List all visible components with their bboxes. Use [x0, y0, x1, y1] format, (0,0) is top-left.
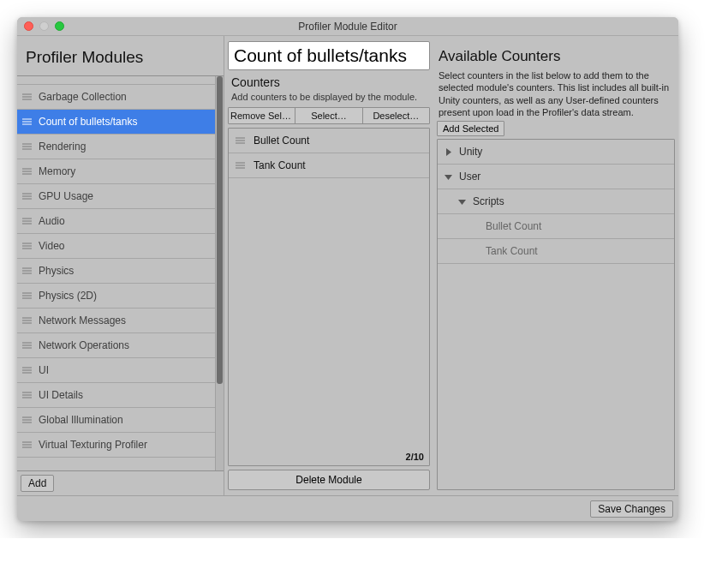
scrollbar-thumb[interactable] [217, 76, 223, 384]
module-item[interactable]: Network Messages [17, 308, 215, 333]
add-selected-button[interactable]: Add Selected [437, 121, 504, 136]
module-item[interactable]: Physics (2D) [17, 284, 215, 308]
drag-handle-icon [236, 137, 245, 144]
counters-toolbar: Remove Sele… Select… Deselect… [228, 107, 430, 124]
drag-handle-icon [22, 416, 32, 423]
module-label: Network Messages [39, 314, 126, 326]
module-item[interactable]: Garbage Collection [17, 85, 215, 110]
counter-count: 2/10 [406, 452, 424, 462]
module-label: Global Illumination [39, 414, 123, 426]
module-label: Network Operations [39, 339, 129, 351]
tree-group[interactable]: Scripts [438, 189, 674, 214]
module-label: Virtual Texturing Profiler [39, 439, 147, 451]
drag-handle-icon [22, 367, 32, 374]
module-item[interactable]: Rendering [17, 135, 215, 159]
counter-item[interactable]: Bullet Count [229, 129, 429, 153]
drag-handle-icon [22, 218, 32, 225]
delete-module-button[interactable]: Delete Module [228, 470, 430, 490]
module-label: Physics [39, 265, 74, 277]
drag-handle-icon [22, 193, 32, 200]
select-all-button[interactable]: Select… [295, 108, 362, 123]
module-item[interactable]: Physics [17, 259, 215, 284]
remove-selected-button[interactable]: Remove Sele… [229, 108, 295, 123]
drag-handle-icon [22, 317, 32, 324]
profiler-module-editor-window: Profiler Module Editor Profiler Modules … [17, 17, 678, 521]
drag-handle-icon [22, 441, 32, 448]
drag-handle-icon [22, 267, 32, 274]
module-item[interactable]: UI [17, 358, 215, 383]
chevron-right-icon [445, 148, 452, 156]
counters-help: Add counters to be displayed by the modu… [231, 92, 427, 104]
tree-label: Tank Count [486, 245, 538, 257]
chevron-down-icon [445, 173, 452, 181]
tree-group[interactable]: Unity [438, 140, 674, 165]
drag-handle-icon [22, 143, 32, 150]
drag-handle-icon [22, 93, 32, 100]
module-label: Garbage Collection [39, 91, 127, 103]
modules-list: Garbage CollectionCount of bullets/tanks… [17, 75, 224, 471]
tree-leaf[interactable]: Tank Count [438, 239, 674, 264]
tree-leaf[interactable]: Bullet Count [438, 214, 674, 239]
svg-marker-53 [458, 200, 466, 205]
module-label: GPU Usage [39, 190, 93, 202]
module-name-input[interactable] [228, 41, 430, 70]
modules-pane: Profiler Modules Garbage CollectionCount… [17, 36, 224, 495]
module-item[interactable]: Network Operations [17, 333, 215, 358]
counters-pane: Counters Add counters to be displayed by… [224, 36, 433, 495]
window-title: Profiler Module Editor [17, 21, 678, 33]
module-item[interactable] [17, 76, 215, 85]
drag-handle-icon [236, 162, 245, 169]
tree-label: Scripts [473, 195, 504, 207]
deselect-all-button[interactable]: Deselect… [363, 108, 429, 123]
modules-title: Profiler Modules [17, 36, 224, 75]
titlebar: Profiler Module Editor [17, 17, 678, 36]
module-label: Memory [39, 165, 75, 177]
add-module-button[interactable]: Add [21, 475, 54, 492]
tree-label: Unity [459, 146, 482, 158]
module-label: Physics (2D) [39, 290, 97, 302]
save-changes-button[interactable]: Save Changes [590, 500, 673, 518]
module-label: UI [39, 364, 49, 376]
module-item[interactable]: Count of bullets/tanks [17, 110, 215, 135]
module-item[interactable]: UI Details [17, 383, 215, 408]
counter-item[interactable]: Tank Count [229, 153, 429, 178]
svg-marker-51 [446, 148, 451, 156]
drag-handle-icon [22, 243, 32, 249]
module-label: Video [39, 240, 64, 252]
module-item[interactable]: Global Illumination [17, 408, 215, 433]
module-item[interactable]: Virtual Texturing Profiler [17, 433, 215, 458]
tree-group[interactable]: User [438, 165, 674, 189]
drag-handle-icon [22, 168, 32, 175]
drag-handle-icon [22, 118, 32, 125]
counter-label: Bullet Count [254, 135, 309, 147]
counter-label: Tank Count [254, 159, 306, 171]
modules-scrollbar[interactable] [215, 76, 224, 470]
module-label: Audio [39, 215, 65, 227]
counters-heading: Counters [231, 75, 427, 89]
module-label: Count of bullets/tanks [39, 116, 137, 128]
available-description: Select counters in the list below to add… [437, 69, 675, 118]
module-item[interactable]: Audio [17, 209, 215, 234]
module-label: UI Details [39, 389, 83, 401]
module-item[interactable]: Memory [17, 159, 215, 184]
chevron-down-icon [458, 198, 466, 206]
tree-label: Bullet Count [486, 220, 541, 232]
footer: Save Changes [17, 495, 678, 521]
available-pane: Available Counters Select counters in th… [433, 36, 678, 495]
svg-marker-52 [445, 175, 452, 180]
counter-list: Bullet CountTank Count2/10 [228, 128, 430, 466]
available-tree: UnityUserScriptsBullet CountTank Count [437, 139, 675, 490]
tree-label: User [459, 171, 480, 183]
drag-handle-icon [22, 342, 32, 349]
module-item[interactable]: GPU Usage [17, 184, 215, 209]
module-item[interactable]: Video [17, 234, 215, 259]
available-title: Available Counters [437, 41, 675, 67]
module-label: Rendering [39, 141, 86, 153]
drag-handle-icon [22, 392, 32, 398]
content: Profiler Modules Garbage CollectionCount… [17, 36, 678, 495]
drag-handle-icon [22, 292, 32, 299]
